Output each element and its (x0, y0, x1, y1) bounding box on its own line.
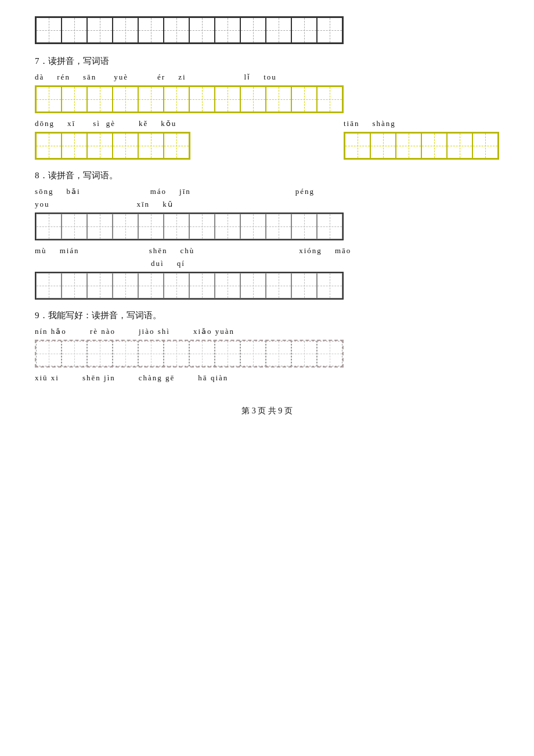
cell[interactable] (113, 273, 138, 298)
cell[interactable] (317, 17, 342, 43)
cell[interactable] (266, 214, 291, 239)
cell[interactable] (36, 17, 62, 43)
cell[interactable] (396, 133, 421, 159)
cell[interactable] (113, 341, 138, 366)
grid-row (36, 133, 189, 159)
cell[interactable] (62, 341, 87, 366)
cell[interactable] (36, 341, 62, 366)
cell[interactable] (138, 273, 164, 298)
cell[interactable] (62, 87, 87, 112)
cell[interactable] (266, 17, 291, 43)
pinyin-san: sān (83, 73, 96, 82)
cell[interactable] (266, 87, 291, 112)
cell[interactable] (62, 17, 87, 43)
cell[interactable] (87, 214, 113, 239)
cell[interactable] (36, 133, 62, 159)
cell[interactable] (240, 214, 266, 239)
cell[interactable] (215, 214, 240, 239)
cell[interactable] (317, 341, 342, 366)
cell[interactable] (215, 17, 240, 43)
cell[interactable] (113, 87, 138, 112)
cell[interactable] (317, 273, 342, 298)
cell[interactable] (164, 273, 189, 298)
section7: 7．读拼音，写词语 dà rén sān yuè ér zi lǐ tou (35, 56, 499, 161)
cell[interactable] (317, 214, 342, 239)
cell[interactable] (189, 17, 215, 43)
p-shen-jin: shēn jìn (82, 373, 116, 383)
cell[interactable] (266, 341, 291, 366)
p-mian: mián (60, 246, 80, 255)
cell[interactable] (138, 133, 164, 159)
cell[interactable] (447, 133, 472, 159)
cell[interactable] (421, 133, 447, 159)
cell[interactable] (113, 133, 138, 159)
cell[interactable] (36, 273, 62, 298)
cell[interactable] (62, 214, 87, 239)
section7-grid-row1 (35, 85, 499, 114)
cell[interactable] (87, 133, 113, 159)
p-xiu-xi: xiū xi (35, 373, 59, 383)
cell[interactable] (240, 273, 266, 298)
cell[interactable] (113, 17, 138, 43)
section9: 9．我能写好：读拼音，写词语。 nín hǎo rè nào jiào shì … (35, 310, 499, 383)
p-nin-hao: nín hǎo (35, 327, 67, 336)
cell[interactable] (266, 273, 291, 298)
cell[interactable] (164, 341, 189, 366)
cell[interactable] (164, 87, 189, 112)
cell[interactable] (189, 341, 215, 366)
cell[interactable] (164, 133, 189, 159)
cell[interactable] (291, 87, 317, 112)
p-xiong: xióng (299, 246, 322, 255)
cell[interactable] (62, 133, 87, 159)
p-re-nao: rè nào (90, 327, 116, 336)
cell[interactable] (36, 214, 62, 239)
cell[interactable] (240, 17, 266, 43)
cell[interactable] (370, 133, 396, 159)
cell[interactable] (138, 341, 164, 366)
section9-grid-row1 (35, 340, 499, 369)
cell[interactable] (87, 87, 113, 112)
pinyin-zi: zi (178, 73, 186, 82)
p-peng: péng (295, 187, 315, 196)
cell[interactable] (291, 341, 317, 366)
p-xiao-yuan: xiǎo yuàn (193, 327, 234, 336)
cell[interactable] (87, 341, 113, 366)
footer-text: 第 3 页 共 9 页 (241, 406, 293, 415)
cell[interactable] (87, 273, 113, 298)
cell[interactable] (164, 214, 189, 239)
cell[interactable] (87, 17, 113, 43)
cell[interactable] (138, 87, 164, 112)
pinyin-li: lǐ (244, 73, 251, 82)
cell[interactable] (138, 17, 164, 43)
cell[interactable] (317, 87, 342, 112)
cell[interactable] (215, 273, 240, 298)
section8-grid-row1 (35, 213, 499, 242)
p-chang-ge: chàng gē (139, 373, 175, 383)
section9-title: 9．我能写好：读拼音，写词语。 (35, 310, 499, 321)
page-footer: 第 3 页 共 9 页 (35, 406, 499, 416)
cell[interactable] (291, 273, 317, 298)
cell[interactable] (189, 214, 215, 239)
cell[interactable] (215, 341, 240, 366)
pinyin-dong: dōng (35, 119, 55, 128)
cell[interactable] (113, 214, 138, 239)
cell[interactable] (138, 214, 164, 239)
cell[interactable] (189, 273, 215, 298)
cell[interactable] (164, 17, 189, 43)
cell[interactable] (240, 341, 266, 366)
grid-pinkdash-1 (35, 340, 344, 368)
cell[interactable] (472, 133, 498, 159)
section7-title: 7．读拼音，写词语 (35, 56, 499, 67)
cell[interactable] (291, 17, 317, 43)
cell[interactable] (189, 87, 215, 112)
cell[interactable] (62, 273, 87, 298)
cell[interactable] (240, 87, 266, 112)
cell[interactable] (291, 214, 317, 239)
section9-pinyin-row1: nín hǎo rè nào jiào shì xiǎo yuàn (35, 327, 499, 336)
pinyin-ke: kě (139, 119, 148, 128)
section7-pinyin-row1: dà rén sān yuè ér zi lǐ tou (35, 73, 499, 82)
cell[interactable] (215, 87, 240, 112)
grid-row (36, 273, 342, 298)
cell[interactable] (345, 133, 370, 159)
cell[interactable] (36, 87, 62, 112)
